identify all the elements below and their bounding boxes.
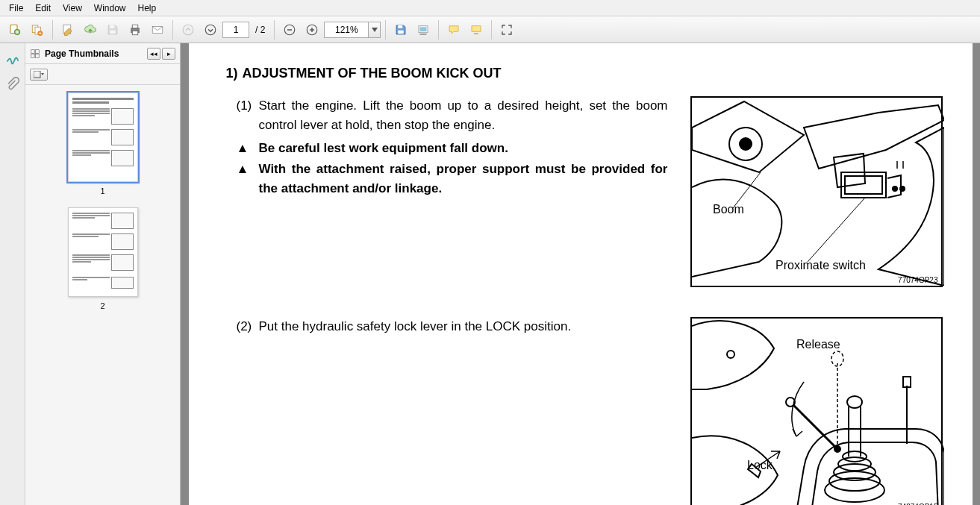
- warning-2: ▲ With the attachment raised, proper sup…: [237, 160, 668, 199]
- svg-rect-38: [903, 377, 911, 387]
- page-down-button[interactable]: [200, 19, 221, 40]
- svg-rect-10: [132, 31, 138, 34]
- warning-1: ▲ Be careful lest work equipment fall do…: [237, 139, 668, 158]
- fig1-switch-label: Proximate switch: [775, 259, 866, 272]
- svg-rect-20: [472, 25, 481, 31]
- scan-button[interactable]: [413, 19, 434, 40]
- thumbnail-label-1: 1: [100, 186, 104, 195]
- menubar: File Edit View Window Help: [0, 0, 980, 16]
- toolbar: / 2 121%: [0, 16, 980, 43]
- menu-file[interactable]: File: [3, 1, 29, 16]
- print-button[interactable]: [125, 19, 146, 40]
- warning-icon: ▲: [237, 160, 259, 199]
- step-1: (1) Start the engine. Lift the boom up t…: [237, 96, 668, 136]
- figure-2-lock-lever: Release Lock 74074OP15: [690, 317, 943, 505]
- thumbnails-icon: [30, 48, 40, 59]
- thumbnails-list: 1 2: [25, 85, 180, 505]
- menu-window[interactable]: Window: [88, 1, 132, 16]
- thumbnail-page-1[interactable]: [68, 92, 138, 182]
- highlight-button[interactable]: [466, 19, 487, 40]
- create-pdf-button[interactable]: [4, 19, 25, 40]
- page-up-button: [178, 19, 199, 40]
- thumb-next-button[interactable]: ▸: [162, 48, 175, 60]
- fig1-boom-label: Boom: [713, 203, 744, 216]
- toolbar-separator: [52, 20, 53, 40]
- zoom-level-display[interactable]: 121%: [324, 22, 369, 38]
- toolbar-separator: [172, 20, 173, 40]
- figure-1-id: 77074OP23: [898, 276, 937, 284]
- toolbar-separator: [438, 20, 439, 40]
- menu-edit[interactable]: Edit: [29, 1, 57, 16]
- svg-rect-23: [31, 54, 35, 57]
- svg-point-31: [727, 351, 734, 358]
- combine-files-button[interactable]: [27, 19, 48, 40]
- page-total-label: / 2: [251, 25, 269, 35]
- fig2-lock-label: Lock: [747, 459, 773, 471]
- signature-tool-icon[interactable]: [4, 51, 21, 67]
- svg-point-13: [205, 25, 216, 35]
- page-number-input[interactable]: [222, 22, 249, 38]
- thumbnail-label-2: 2: [100, 301, 104, 310]
- svg-rect-21: [31, 49, 35, 53]
- cloud-upload-button[interactable]: [80, 19, 101, 40]
- email-button[interactable]: [147, 19, 168, 40]
- toolbar-separator: [385, 20, 386, 40]
- toolbar-separator: [274, 20, 275, 40]
- thumbnail-page-2[interactable]: [68, 207, 138, 297]
- svg-point-37: [847, 396, 862, 408]
- svg-rect-6: [110, 25, 114, 28]
- save-copy-button[interactable]: [390, 19, 411, 40]
- zoom-out-button[interactable]: [279, 19, 300, 40]
- save-button: [102, 19, 123, 40]
- thumb-prev-button[interactable]: ◂◂: [147, 48, 160, 60]
- svg-rect-25: [34, 71, 40, 78]
- fig2-release-label: Release: [796, 338, 840, 351]
- svg-point-30: [900, 186, 905, 191]
- thumb-options-button[interactable]: [30, 69, 48, 81]
- svg-point-12: [183, 25, 193, 35]
- step-2: (2) Put the hydraulic safety lock lever …: [237, 317, 668, 336]
- svg-rect-19: [420, 27, 427, 31]
- figure-1-boom-switch: Boom Proximate switch 77074OP23: [690, 96, 943, 287]
- pdf-page: 1)ADJUSTMENT OF THE BOOM KICK OUT (1) St…: [189, 43, 973, 505]
- svg-rect-24: [36, 54, 40, 57]
- thumbnails-panel: Page Thumbnails ◂◂ ▸: [25, 43, 181, 505]
- svg-rect-7: [110, 30, 116, 34]
- svg-rect-16: [399, 25, 403, 28]
- zoom-dropdown-button[interactable]: [369, 22, 381, 38]
- toolbar-separator: [491, 20, 492, 40]
- menu-help[interactable]: Help: [132, 1, 163, 16]
- fullscreen-button[interactable]: [496, 19, 517, 40]
- attachments-icon[interactable]: [4, 76, 21, 92]
- svg-point-27: [740, 138, 752, 150]
- left-rail: [0, 43, 25, 505]
- svg-rect-9: [132, 25, 138, 28]
- zoom-in-button[interactable]: [302, 19, 322, 40]
- menu-view[interactable]: View: [57, 1, 88, 16]
- comment-button[interactable]: [443, 19, 464, 40]
- document-viewport[interactable]: 1)ADJUSTMENT OF THE BOOM KICK OUT (1) St…: [181, 43, 980, 505]
- section-heading: 1)ADJUSTMENT OF THE BOOM KICK OUT: [226, 66, 943, 81]
- svg-point-29: [893, 186, 897, 191]
- thumbnails-title: Page Thumbnails: [30, 48, 119, 59]
- edit-button[interactable]: [57, 19, 78, 40]
- svg-rect-17: [399, 30, 405, 34]
- warning-icon: ▲: [237, 139, 259, 158]
- svg-rect-22: [36, 49, 40, 53]
